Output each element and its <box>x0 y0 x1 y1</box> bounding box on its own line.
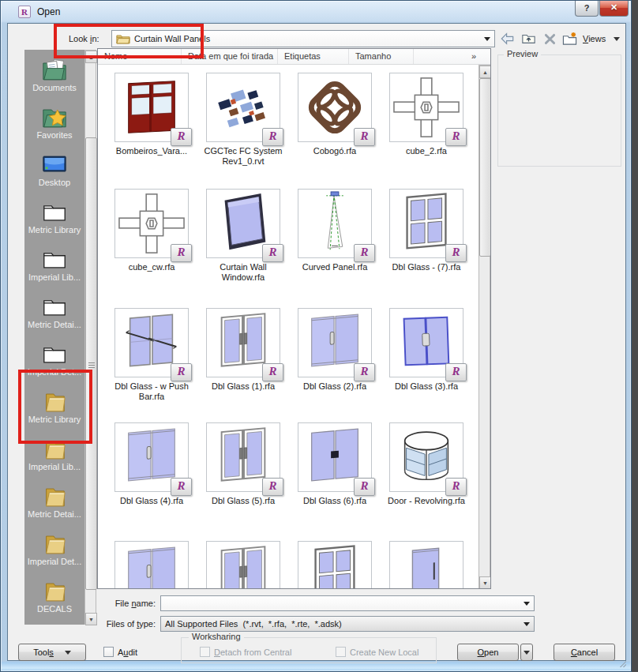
up-folder-icon <box>521 32 536 46</box>
folder-yellow-icon <box>41 437 68 461</box>
file-thumbnail: R <box>206 422 280 492</box>
file-name-label: Cobogó.rfa <box>289 146 381 156</box>
file-item[interactable]: R <box>289 541 381 589</box>
column-header-tamanho[interactable]: Tamanho <box>349 49 414 64</box>
revit-badge-icon: R <box>354 244 375 262</box>
cancel-button[interactable]: Cancel <box>554 644 615 661</box>
file-item[interactable]: R Curtain Wall Window.rfa <box>197 189 289 283</box>
create-new-local-checkbox[interactable] <box>336 647 346 657</box>
file-item[interactable]: R Cobogó.rfa <box>289 73 381 156</box>
file-name-label: Dbl Glass (6).rfa <box>289 496 381 506</box>
file-item[interactable]: R Dbl Glass (4).rfa <box>106 422 197 506</box>
revit-badge-icon: R <box>171 478 192 496</box>
sidebar-item-imperial-detail-yellow[interactable]: Imperial Det... <box>24 530 84 576</box>
open-button[interactable]: Open <box>457 644 519 661</box>
file-item[interactable]: R Dbl Glass (3).rfa <box>381 308 472 392</box>
sidebar-scrollbar-thumb[interactable] <box>85 137 97 590</box>
worksharing-label: Worksharing <box>189 632 244 641</box>
look-in-label: Look in: <box>69 34 99 43</box>
tools-button[interactable]: Tools <box>18 644 86 661</box>
file-item[interactable]: R CGCTec FC System Rev1_0.rvt <box>197 73 289 167</box>
file-item[interactable]: R Bombeiros_Vara... <box>106 73 197 156</box>
look-in-dropdown-icon[interactable] <box>484 37 490 41</box>
new-folder-button[interactable] <box>561 31 578 47</box>
file-name-label: Curved Panel.rfa <box>289 262 381 272</box>
file-name-label: Dbl Glass (2).rfa <box>289 381 381 392</box>
sidebar-item-imperial-library[interactable]: Imperial Lib... <box>24 246 84 291</box>
file-list-scrollbar[interactable]: ▲ ▼ <box>478 65 490 588</box>
file-item[interactable]: R <box>381 541 472 589</box>
sidebar-scrollbar[interactable]: ▲ ▼ <box>84 50 96 625</box>
look-in-combobox[interactable]: Curtain Wall Panels <box>111 30 495 47</box>
files-of-type-combobox[interactable]: All Supported Files (*.rvt, *.rfa, *.rte… <box>160 616 535 632</box>
file-item[interactable]: R Dbl Glass - w Push Bar.rfa <box>106 308 197 402</box>
file-item[interactable]: R cube_2.rfa <box>381 73 472 156</box>
file-name-label: Door - Revolving.rfa <box>381 496 472 506</box>
views-dropdown-icon[interactable] <box>614 37 620 41</box>
scroll-down-icon[interactable]: ▼ <box>479 576 491 589</box>
file-item[interactable]: R cube_cw.rfa <box>106 189 197 272</box>
list-header: Nome Data em que foi tirada Etiquetas Ta… <box>98 49 490 65</box>
views-button[interactable]: Views <box>583 34 606 43</box>
sidebar-item-documents[interactable]: Documents <box>24 56 84 102</box>
files-of-type-dropdown-icon[interactable] <box>524 622 530 626</box>
sidebar-item-imperial-library-yellow[interactable]: Imperial Lib... <box>24 435 84 481</box>
file-list-scrollbar-thumb[interactable] <box>479 78 491 257</box>
back-button[interactable] <box>498 31 516 47</box>
file-thumbnail: R <box>206 189 280 258</box>
sidebar-item-metric-detail[interactable]: Metric Detai... <box>24 293 84 339</box>
tools-label: Tools <box>33 648 54 657</box>
scroll-up-icon[interactable]: ▲ <box>479 66 491 78</box>
sidebar-item-metric-library[interactable]: Metric Library <box>24 198 84 244</box>
revit-badge-icon: R <box>445 128 467 146</box>
file-thumbnail: R <box>389 189 463 258</box>
file-thumbnail: R <box>114 422 189 492</box>
places-sidebar: Documents Favorites Desktop Metric Libra… <box>24 50 84 625</box>
file-item[interactable]: R Dbl Glass (1).rfa <box>197 308 289 392</box>
column-overflow-indicator[interactable]: » <box>471 49 490 64</box>
audit-checkbox[interactable] <box>103 647 114 657</box>
help-button[interactable]: ? <box>575 1 599 17</box>
revit-badge-icon: R <box>171 363 192 381</box>
file-name-dropdown-icon[interactable] <box>524 602 530 606</box>
column-header-etiquetas[interactable]: Etiquetas <box>278 49 349 64</box>
file-thumbnail: R <box>114 189 189 258</box>
file-item[interactable]: R Dbl Glass (5).rfa <box>197 422 289 506</box>
folder-yellow-icon <box>41 389 68 414</box>
favorites-icon <box>41 105 68 130</box>
revit-badge-icon: R <box>262 478 283 496</box>
column-header-nome[interactable]: Nome <box>98 49 182 64</box>
open-dialog: R Open ? ✕ Look in: Curtain Wall Panels … <box>0 0 632 672</box>
delete-button[interactable] <box>541 31 558 47</box>
file-item[interactable]: R Dbl Glass (2).rfa <box>289 308 381 392</box>
open-dropdown-button[interactable] <box>520 644 533 661</box>
sidebar-item-metric-library-yellow[interactable]: Metric Library <box>24 388 84 434</box>
revit-badge-icon: R <box>445 244 467 262</box>
file-item[interactable]: R Dbl Glass (6).rfa <box>289 422 381 506</box>
file-item[interactable]: R <box>197 541 289 589</box>
file-name-label: Dbl Glass (5).rfa <box>197 496 289 506</box>
column-header-data[interactable]: Data em que foi tirada <box>182 49 278 64</box>
file-item[interactable]: R Dbl Glass - (7).rfa <box>381 189 472 272</box>
file-item[interactable]: R <box>106 541 197 589</box>
file-item[interactable]: R Curved Panel.rfa <box>289 189 381 272</box>
folder-icon <box>116 33 130 45</box>
file-thumbnail: R <box>298 189 372 258</box>
revit-badge-icon: R <box>354 363 375 381</box>
resize-grip[interactable] <box>620 661 626 667</box>
up-one-level-button[interactable] <box>520 31 537 47</box>
close-button[interactable]: ✕ <box>599 1 629 17</box>
dialog-title: Open <box>37 6 60 17</box>
revit-logo-icon[interactable]: R <box>18 6 31 18</box>
desktop-icon <box>41 152 68 177</box>
sidebar-item-desktop[interactable]: Desktop <box>24 151 84 197</box>
sidebar-item-decals[interactable]: DECALS <box>24 577 84 623</box>
detach-from-central-checkbox[interactable] <box>200 647 210 657</box>
sidebar-item-favorites[interactable]: Favorites <box>24 103 84 149</box>
scroll-up-icon[interactable]: ▲ <box>85 51 97 63</box>
sidebar-item-imperial-detail[interactable]: Imperial Det... <box>24 340 84 386</box>
file-name-combobox[interactable] <box>160 595 535 611</box>
sidebar-item-metric-detail-yellow[interactable]: Metric Detai... <box>24 482 84 528</box>
folder-outline-icon <box>41 200 68 224</box>
file-item[interactable]: R Door - Revolving.rfa <box>381 422 472 506</box>
